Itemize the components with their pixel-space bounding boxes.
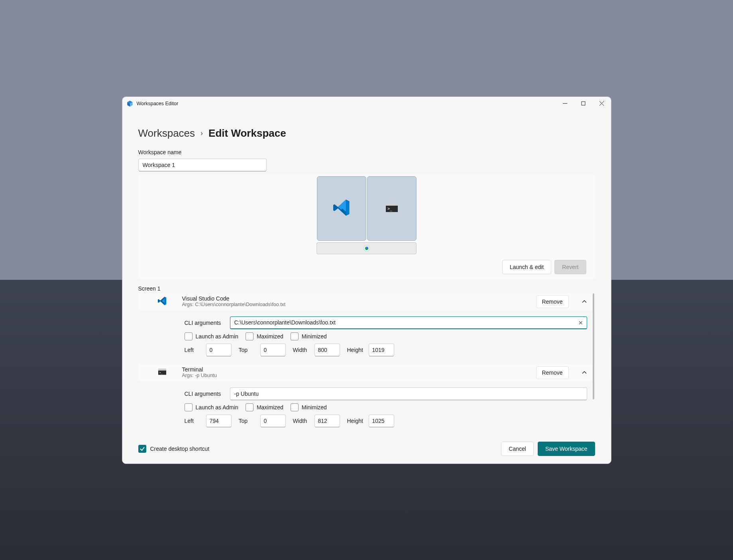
- minimize-button[interactable]: [556, 97, 574, 110]
- workspace-name-label: Workspace name: [138, 149, 595, 155]
- vscode-icon: [333, 199, 350, 218]
- clear-icon[interactable]: ✕: [578, 320, 583, 326]
- preview-tile-vscode[interactable]: [317, 176, 366, 241]
- svg-rect-8: [158, 369, 166, 370]
- edge-icon: [364, 245, 370, 252]
- width-input[interactable]: [314, 344, 340, 356]
- app-header-terminal: >_ Terminal Args: -p Ubuntu Remove: [138, 364, 595, 381]
- cli-input[interactable]: [230, 387, 587, 400]
- close-button[interactable]: [593, 97, 611, 110]
- admin-label: Launch as Admin: [196, 404, 238, 411]
- maximized-label: Maximized: [257, 333, 283, 340]
- height-label: Height: [347, 347, 365, 353]
- app-name: Terminal: [182, 366, 528, 373]
- admin-checkbox[interactable]: [185, 403, 193, 411]
- top-input[interactable]: [260, 344, 286, 356]
- left-input[interactable]: [206, 415, 232, 427]
- height-input[interactable]: [369, 344, 394, 356]
- minimized-checkbox[interactable]: [291, 403, 299, 411]
- svg-text:>_: >_: [159, 371, 162, 374]
- preview-tile-edge[interactable]: [316, 242, 417, 254]
- app-icon: [126, 100, 134, 107]
- footer: Create desktop shortcut Cancel Save Work…: [122, 434, 611, 464]
- left-input[interactable]: [206, 344, 232, 356]
- cli-label: CLI arguments: [185, 320, 223, 326]
- chevron-right-icon: ›: [200, 129, 203, 138]
- remove-button[interactable]: Remove: [536, 366, 569, 379]
- save-button[interactable]: Save Workspace: [538, 442, 595, 456]
- layout-preview: >_ Launch & edit Revert: [138, 175, 595, 279]
- maximize-button[interactable]: [574, 97, 593, 110]
- minimized-label: Minimized: [302, 333, 327, 340]
- launch-edit-button[interactable]: Launch & edit: [502, 260, 552, 274]
- cli-input[interactable]: [230, 316, 587, 329]
- cancel-button[interactable]: Cancel: [501, 442, 534, 456]
- app-name: Visual Studio Code: [182, 295, 528, 302]
- app-body-vscode: CLI arguments ✕ Launch as Admin Maximize…: [138, 310, 595, 364]
- app-args-summary: Args: -p Ubuntu: [182, 373, 528, 379]
- window-title: Workspaces Editor: [137, 101, 179, 106]
- cli-label: CLI arguments: [185, 391, 223, 397]
- top-label: Top: [239, 418, 256, 424]
- collapse-button[interactable]: [577, 299, 592, 305]
- page-title: Edit Workspace: [208, 127, 286, 140]
- left-label: Left: [185, 347, 202, 353]
- width-input[interactable]: [314, 415, 340, 427]
- apps-list: Visual Studio Code Args: C:\Users\connor…: [138, 293, 595, 434]
- breadcrumb: Workspaces › Edit Workspace: [138, 127, 595, 140]
- app-header-vscode: Visual Studio Code Args: C:\Users\connor…: [138, 293, 595, 310]
- workspace-name-input[interactable]: [138, 159, 267, 171]
- admin-label: Launch as Admin: [196, 333, 238, 340]
- maximized-checkbox[interactable]: [246, 403, 254, 411]
- shortcut-label: Create desktop shortcut: [150, 446, 210, 452]
- width-label: Width: [293, 347, 310, 353]
- left-label: Left: [185, 418, 202, 424]
- terminal-icon: >_: [158, 369, 166, 377]
- vscode-icon: [158, 297, 167, 307]
- height-input[interactable]: [369, 415, 394, 427]
- screen-label: Screen 1: [138, 285, 595, 292]
- scrollbar[interactable]: [593, 293, 594, 399]
- revert-button: Revert: [554, 260, 586, 274]
- app-body-terminal: CLI arguments Launch as Admin Maximized …: [138, 381, 595, 434]
- breadcrumb-root[interactable]: Workspaces: [138, 127, 195, 140]
- minimized-label: Minimized: [302, 404, 327, 411]
- svg-rect-5: [386, 203, 398, 206]
- shortcut-checkbox[interactable]: [138, 445, 146, 453]
- collapse-button[interactable]: [577, 370, 592, 375]
- top-label: Top: [239, 347, 256, 353]
- titlebar: Workspaces Editor: [122, 97, 611, 110]
- admin-checkbox[interactable]: [185, 332, 193, 340]
- preview-tile-terminal[interactable]: >_: [367, 176, 417, 241]
- width-label: Width: [293, 418, 310, 424]
- app-args-summary: Args: C:\Users\connorplante\Downloads\fo…: [182, 302, 528, 308]
- terminal-icon: >_: [386, 203, 398, 214]
- maximized-label: Maximized: [257, 404, 283, 411]
- svg-text:>_: >_: [387, 206, 393, 211]
- top-input[interactable]: [260, 415, 286, 427]
- minimized-checkbox[interactable]: [291, 332, 299, 340]
- svg-rect-1: [582, 102, 585, 105]
- maximized-checkbox[interactable]: [246, 332, 254, 340]
- height-label: Height: [347, 418, 365, 424]
- app-window: Workspaces Editor Workspaces › Edit Work…: [122, 96, 611, 464]
- remove-button[interactable]: Remove: [536, 295, 569, 308]
